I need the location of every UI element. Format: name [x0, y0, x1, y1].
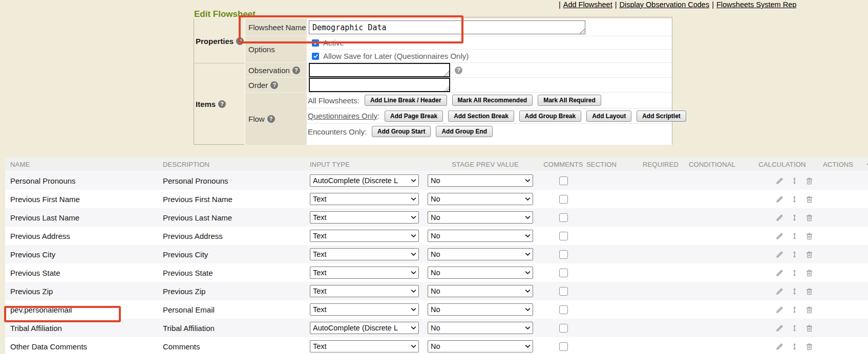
stage-prev-value-select[interactable]: No: [428, 211, 533, 224]
stage-prev-value-select[interactable]: No: [428, 322, 533, 334]
input-type-select[interactable]: AutoComplete (Discrete L: [310, 322, 419, 334]
edit-icon[interactable]: [776, 306, 784, 314]
header-input-type: INPUT TYPE: [300, 161, 428, 168]
edit-icon[interactable]: [776, 324, 784, 332]
move-icon[interactable]: [791, 324, 798, 332]
delete-icon[interactable]: [806, 343, 813, 350]
mark-all-required-button[interactable]: Mark All Required: [538, 95, 601, 106]
option-allow-save-row: Allow Save for Later (Questionnaires Onl…: [307, 50, 672, 63]
observation-textarea[interactable]: [309, 63, 450, 77]
resize-grip-icon[interactable]: [444, 86, 449, 91]
edit-icon[interactable]: [776, 177, 784, 185]
observation-help-icon[interactable]: ?: [292, 67, 300, 74]
delete-icon[interactable]: [806, 232, 813, 240]
comments-checkbox[interactable]: [559, 287, 568, 296]
move-icon[interactable]: [791, 177, 798, 185]
input-type-select[interactable]: Text: [310, 193, 419, 205]
move-icon[interactable]: [791, 214, 798, 222]
items-help-icon[interactable]: ?: [218, 100, 226, 108]
comments-checkbox[interactable]: [559, 213, 568, 222]
add-group-end-button[interactable]: Add Group End: [436, 126, 493, 137]
add-group-start-button[interactable]: Add Group Start: [372, 126, 431, 137]
stage-prev-value-select[interactable]: No: [428, 193, 533, 205]
active-checkbox[interactable]: [312, 39, 319, 47]
add-line-break-header-button[interactable]: Add Line Break / Header: [365, 95, 447, 106]
flow-help-icon[interactable]: ?: [267, 115, 275, 123]
header-description: DESCRIPTION: [154, 161, 300, 168]
comments-checkbox[interactable]: [559, 176, 568, 185]
stage-prev-value-select[interactable]: No: [428, 285, 533, 297]
flowsheets-system-report-link[interactable]: Flowsheets System Rep: [716, 1, 796, 9]
delete-icon[interactable]: [806, 177, 813, 185]
delete-icon[interactable]: [806, 306, 813, 314]
input-type-select[interactable]: Text: [310, 211, 419, 224]
edit-icon[interactable]: [776, 214, 784, 222]
chevron-down-icon: [525, 345, 531, 348]
delete-icon[interactable]: [806, 214, 813, 222]
edit-icon[interactable]: [776, 269, 784, 277]
order-help-icon[interactable]: ?: [270, 81, 278, 89]
move-icon[interactable]: [791, 306, 798, 314]
add-flowsheet-link[interactable]: Add Flowsheet: [563, 1, 612, 9]
input-type-select[interactable]: Text: [310, 248, 419, 260]
input-type-select[interactable]: Text: [310, 285, 419, 297]
allow-save-checkbox[interactable]: [312, 53, 319, 60]
edit-icon[interactable]: [776, 343, 784, 350]
comments-checkbox[interactable]: [559, 305, 568, 314]
display-observation-codes-link[interactable]: Display Observation Codes: [619, 1, 709, 9]
add-group-break-button[interactable]: Add Group Break: [519, 110, 581, 122]
header-stage-prev-value: STAGE PREV VALUE: [428, 161, 543, 168]
flowsheet-name-input[interactable]: Demographic Data: [309, 20, 585, 34]
edit-icon[interactable]: [776, 287, 784, 295]
input-type-select[interactable]: Text: [310, 230, 419, 242]
properties-help-icon[interactable]: ?: [236, 37, 244, 45]
stage-prev-value-select[interactable]: No: [428, 340, 533, 352]
input-type-select[interactable]: Text: [310, 267, 419, 279]
input-type-select[interactable]: Text: [310, 340, 419, 352]
resize-grip-icon[interactable]: [580, 29, 585, 34]
delete-icon[interactable]: [806, 287, 813, 295]
move-icon[interactable]: [791, 232, 798, 240]
add-layout-button[interactable]: Add Layout: [586, 110, 631, 122]
stage-prev-value-select[interactable]: No: [428, 303, 533, 316]
mark-all-recommended-button[interactable]: Mark All Recommended: [452, 95, 533, 106]
items-group-label: Items ?: [194, 63, 245, 145]
delete-icon[interactable]: [806, 269, 813, 277]
edit-icon[interactable]: [776, 195, 784, 203]
flowsheet-name-row: Demographic Data: [307, 19, 672, 36]
order-textarea[interactable]: [309, 78, 450, 92]
row-description: Previous First Name: [154, 195, 300, 204]
edit-icon[interactable]: [776, 251, 784, 258]
row-description: Tribal Affiliation: [154, 324, 300, 333]
row-name: Previous City: [5, 250, 154, 259]
delete-icon[interactable]: [806, 324, 813, 332]
stage-prev-value-select[interactable]: No: [428, 267, 533, 279]
add-scriptlet-button[interactable]: Add Scriptlet: [637, 110, 686, 122]
stage-prev-value-select[interactable]: No: [428, 248, 533, 260]
delete-icon[interactable]: [806, 251, 813, 258]
move-icon[interactable]: [791, 287, 798, 295]
add-section-break-button[interactable]: Add Section Break: [448, 110, 514, 122]
resize-grip-icon[interactable]: [444, 71, 449, 76]
move-icon[interactable]: [791, 269, 798, 277]
row-description: Previous Last Name: [154, 213, 300, 222]
input-type-select[interactable]: Text: [310, 303, 419, 316]
delete-icon[interactable]: [806, 195, 813, 203]
comments-checkbox[interactable]: [559, 342, 568, 351]
comments-checkbox[interactable]: [559, 269, 568, 277]
comments-checkbox[interactable]: [559, 250, 568, 259]
stage-prev-value-select[interactable]: No: [428, 230, 533, 242]
move-icon[interactable]: [791, 251, 798, 258]
comments-checkbox[interactable]: [559, 195, 568, 204]
move-icon[interactable]: [791, 343, 798, 350]
edit-icon[interactable]: [776, 232, 784, 240]
comments-checkbox[interactable]: [559, 232, 568, 240]
input-type-select[interactable]: AutoComplete (Discrete L: [310, 174, 419, 187]
add-page-break-button[interactable]: Add Page Break: [385, 110, 443, 122]
comments-checkbox[interactable]: [559, 324, 568, 333]
stage-prev-value-select[interactable]: No: [428, 174, 533, 187]
observation-field-help-icon[interactable]: ?: [455, 67, 462, 74]
move-icon[interactable]: [791, 195, 798, 203]
top-nav: |Add Flowsheet|Display Observation Codes…: [558, 1, 798, 9]
chevron-down-icon: [525, 253, 531, 256]
